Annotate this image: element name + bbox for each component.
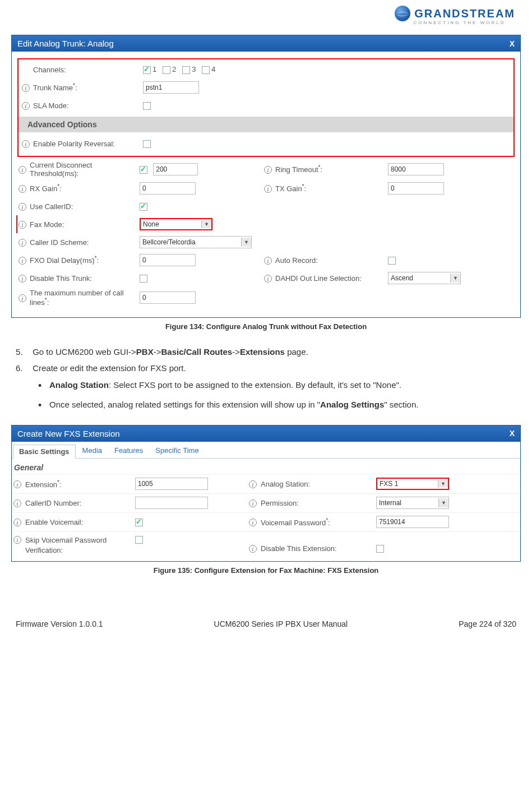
callerid-number-input[interactable] xyxy=(135,497,208,509)
info-icon[interactable]: i xyxy=(249,499,257,507)
info-icon[interactable]: i xyxy=(249,519,257,526)
extension-label: Extension*: xyxy=(23,479,135,489)
general-subheader: General xyxy=(12,459,520,474)
info-icon[interactable]: i xyxy=(13,480,21,488)
figure-134-caption: Figure 134: Configure Analog Trunk witho… xyxy=(11,322,521,331)
tabs-bar: Basic Settings Media Features Specific T… xyxy=(12,442,520,459)
bullet-1: Analog Station: Select FXS port to be as… xyxy=(38,376,516,395)
info-icon[interactable]: i xyxy=(22,140,30,148)
voicemail-password-input[interactable] xyxy=(376,516,449,528)
fxo-delay-label: FXO Dial Delay(ms)*: xyxy=(27,255,140,265)
dahdi-select[interactable]: Ascend▼ xyxy=(388,272,461,284)
info-icon[interactable]: i xyxy=(249,480,257,488)
callerid-number-label: CallerID Number: xyxy=(23,499,135,507)
modal-title-bar: Edit Analog Trunk: Analog X xyxy=(12,35,520,52)
info-icon[interactable]: i xyxy=(18,294,26,302)
info-icon[interactable]: i xyxy=(264,166,272,174)
disable-extension-checkbox[interactable] xyxy=(376,545,384,553)
info-icon[interactable]: i xyxy=(18,166,26,174)
channel-1-checkbox[interactable] xyxy=(143,66,151,74)
footer-page-number: Page 224 of 320 xyxy=(459,619,516,628)
close-icon[interactable]: X xyxy=(510,429,515,438)
dahdi-label: DAHDI Out Line Selection: xyxy=(273,274,388,283)
bullet-2: Once selected, analog related settings f… xyxy=(38,396,516,415)
info-icon[interactable]: i xyxy=(18,275,26,283)
sla-mode-checkbox[interactable] xyxy=(143,102,151,110)
enable-voicemail-label: Enable Voicemail: xyxy=(23,518,135,526)
chevron-down-icon: ▼ xyxy=(201,220,211,228)
current-disconnect-label: Current Disconnect Threshold(ms): xyxy=(27,161,140,178)
modal-title-bar: Create New FXS Extension X xyxy=(12,425,520,442)
figure-135-caption: Figure 135: Configure Extension for Fax … xyxy=(11,566,521,575)
cid-scheme-select[interactable]: Bellcore/Telcordia▼ xyxy=(140,236,252,248)
globe-icon xyxy=(395,6,410,21)
voicemail-password-label: Voicemail Password*: xyxy=(258,517,376,527)
ring-timeout-input[interactable] xyxy=(388,163,444,175)
extension-input[interactable] xyxy=(135,478,208,490)
channel-4-checkbox[interactable] xyxy=(202,66,210,74)
tab-media[interactable]: Media xyxy=(77,444,108,458)
max-lines-input[interactable] xyxy=(140,292,196,304)
figure-134-frame: Edit Analog Trunk: Analog X Channels: 1 … xyxy=(11,35,521,318)
disable-extension-label: Disable This Extension: xyxy=(258,535,376,553)
channel-2-checkbox[interactable] xyxy=(163,66,170,74)
use-callerid-label: Use CallerID: xyxy=(27,202,140,211)
tx-gain-label: TX Gain*: xyxy=(273,183,388,193)
permission-label: Permission: xyxy=(258,499,376,507)
trunk-name-label: Trunk Name*: xyxy=(31,82,143,92)
tab-features[interactable]: Features xyxy=(109,444,149,458)
info-icon[interactable]: i xyxy=(264,185,272,193)
info-icon[interactable]: i xyxy=(18,203,26,211)
info-icon[interactable]: i xyxy=(13,536,21,544)
channel-3-checkbox[interactable] xyxy=(182,66,190,74)
rx-gain-label: RX Gain*: xyxy=(27,183,140,193)
step-6-number: 6. xyxy=(16,360,30,377)
analog-station-select[interactable]: FXS 1▼ xyxy=(376,478,449,490)
rx-gain-input[interactable] xyxy=(140,182,196,195)
footer-firmware: Firmware Version 1.0.0.1 xyxy=(16,619,103,628)
info-icon[interactable]: i xyxy=(249,545,257,553)
info-icon[interactable]: i xyxy=(264,275,272,283)
fax-mode-label: Fax Mode: xyxy=(27,220,140,229)
info-icon[interactable]: i xyxy=(22,102,30,110)
chevron-down-icon: ▼ xyxy=(438,498,448,507)
skip-vm-password-checkbox[interactable] xyxy=(135,536,143,544)
brand-name: GRANDSTREAM xyxy=(414,7,515,20)
auto-record-checkbox[interactable] xyxy=(388,257,396,265)
info-icon[interactable]: i xyxy=(13,499,21,507)
permission-select[interactable]: Internal▼ xyxy=(376,497,449,509)
info-icon[interactable]: i xyxy=(13,519,21,526)
info-icon[interactable]: i xyxy=(22,84,30,92)
current-disconnect-checkbox[interactable] xyxy=(140,166,147,174)
max-lines-label: The maximum number of call lines*: xyxy=(27,289,140,307)
polarity-reversal-label: Enable Polarity Reversal: xyxy=(31,140,143,148)
polarity-reversal-checkbox[interactable] xyxy=(143,140,151,148)
fxo-delay-input[interactable] xyxy=(140,254,196,266)
modal-title-text: Edit Analog Trunk: Analog xyxy=(17,39,114,48)
fax-mode-select[interactable]: None▼ xyxy=(140,218,212,230)
cid-scheme-label: Caller ID Scheme: xyxy=(27,238,140,247)
info-icon[interactable]: i xyxy=(18,257,26,265)
highlighted-region: Channels: 1 2 3 4 i Trunk Name*: i SLA M… xyxy=(17,58,515,157)
channels-label: Channels: xyxy=(31,66,143,74)
close-icon[interactable]: X xyxy=(510,39,515,48)
info-icon[interactable]: i xyxy=(264,257,272,265)
info-icon[interactable]: i xyxy=(18,221,26,229)
trunk-name-input[interactable] xyxy=(143,81,199,94)
tab-specific-time[interactable]: Specific Time xyxy=(150,444,204,458)
instruction-block: 5. Go to UCM6200 web GUI->PBX->Basic/Cal… xyxy=(11,344,521,414)
sla-mode-label: SLA Mode: xyxy=(31,101,143,110)
disable-trunk-label: Disable This Trunk: xyxy=(27,274,140,283)
enable-voicemail-checkbox[interactable] xyxy=(135,519,143,526)
disable-trunk-checkbox[interactable] xyxy=(140,275,147,283)
info-icon[interactable]: i xyxy=(18,239,26,247)
use-callerid-checkbox[interactable] xyxy=(140,203,147,211)
advanced-options-header: Advanced Options xyxy=(18,117,514,132)
current-disconnect-input[interactable] xyxy=(153,163,198,175)
info-icon[interactable]: i xyxy=(18,185,26,193)
chevron-down-icon: ▼ xyxy=(438,480,448,488)
modal-title-text: Create New FXS Extension xyxy=(17,429,120,438)
step-5-number: 5. xyxy=(16,344,30,360)
tx-gain-input[interactable] xyxy=(388,182,444,195)
tab-basic-settings[interactable]: Basic Settings xyxy=(13,445,76,459)
